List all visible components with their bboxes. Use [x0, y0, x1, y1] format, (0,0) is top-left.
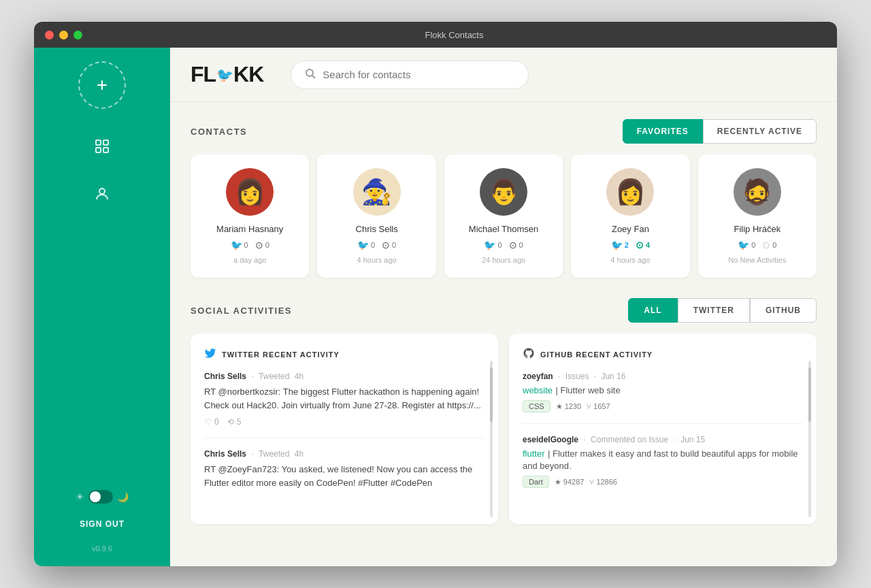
- contact-icons-filip: 🐦 0 ⊙ 0: [738, 240, 776, 250]
- forks-1: ⑂ 1657: [587, 402, 610, 410]
- contact-card-zoey[interactable]: 👩 Zoey Fan 🐦 2 ⊙ 4 4 hou: [571, 154, 689, 278]
- contact-time-chris: 4 hours ago: [357, 256, 397, 264]
- github-activity-panel: GITHUB RECENT ACTIVITY zoeyfan · Issues …: [509, 333, 817, 524]
- svg-rect-2: [96, 148, 101, 152]
- gh-tags-2: Dart ★ 94287 ⑂ 12866: [523, 476, 803, 488]
- github-icon: ⊙: [762, 240, 770, 250]
- tweet-meta-1: Chris Sells · Tweeted 4h: [204, 372, 484, 381]
- main-content: CONTACTS FAVORITES RECENTLY ACTIVE 👩 Mar…: [170, 102, 837, 566]
- avatar-filip: 🧔: [734, 168, 781, 216]
- logo-bird-icon: 🐦: [216, 67, 233, 83]
- gh-desc-1: | Flutter web site: [556, 385, 621, 395]
- toggle-thumb: [90, 491, 101, 502]
- app-window: Flokk Contacts +: [34, 22, 837, 566]
- contacts-tabs: FAVORITES RECENTLY ACTIVE: [623, 119, 817, 144]
- scroll-thumb-gh: [808, 368, 811, 422]
- scroll-indicator-gh: [808, 361, 811, 517]
- gh-item-2: eseidelGoogle · Commented on Issue · Jun…: [523, 435, 803, 499]
- gh-tags-1: CSS ★ 1230 ⑂ 1657: [523, 400, 803, 412]
- contact-card-mariam[interactable]: 👩 Mariam Hasnany 🐦 0 ⊙ 0: [191, 154, 309, 278]
- contacts-grid: 👩 Mariam Hasnany 🐦 0 ⊙ 0: [191, 154, 817, 278]
- github-panel-icon: [523, 347, 535, 362]
- tweet-like: ♡ 0: [204, 417, 219, 427]
- contact-name-filip: Filip Hráček: [734, 224, 781, 234]
- contact-name-michael: Michael Thomsen: [469, 224, 538, 234]
- maximize-button[interactable]: [73, 31, 82, 39]
- github-count-filip: ⊙ 0: [762, 240, 776, 250]
- tweet-text-1: RT @norbertkozsir: The biggest Flutter h…: [204, 385, 484, 412]
- github-icon: ⊙: [636, 240, 644, 250]
- search-bar[interactable]: [291, 61, 529, 89]
- fork-icon: ⑂: [587, 402, 591, 410]
- tweet-verb-1: Tweeted: [259, 372, 289, 381]
- gh-meta-2: eseidelGoogle · Commented on Issue · Jun…: [523, 435, 803, 444]
- gh-link-row-2: flutter | Flutter makes it easy and fast…: [523, 447, 803, 472]
- scroll-indicator: [490, 361, 493, 517]
- sidebar-item-dashboard[interactable]: [85, 129, 119, 163]
- tab-recently-active[interactable]: RECENTLY ACTIVE: [703, 119, 817, 144]
- sidebar: +: [34, 48, 170, 566]
- close-button[interactable]: [45, 31, 54, 39]
- github-count-michael: ⊙ 0: [509, 240, 523, 250]
- activities-grid: TWITTER RECENT ACTIVITY Chris Sells · Tw…: [191, 333, 817, 524]
- minimize-button[interactable]: [59, 31, 68, 39]
- sun-icon: ☀: [76, 491, 84, 502]
- scroll-thumb: [490, 368, 493, 422]
- twitter-icon: 🐦: [357, 240, 369, 250]
- star-icon-2: ★: [555, 478, 561, 487]
- tab-all[interactable]: ALL: [628, 298, 677, 323]
- gh-meta-1: zoeyfan · Issues · Jun 16: [523, 372, 803, 381]
- contact-time-filip: No New Activities: [728, 256, 786, 264]
- activities-tabs: ALL TWITTER GITHUB: [628, 298, 817, 323]
- twitter-panel-icon: [204, 347, 216, 362]
- toggle-track[interactable]: [88, 490, 113, 504]
- sidebar-bottom: ☀ 🌙 SIGN OUT v0.9.6: [69, 490, 135, 553]
- tweet-time-2: 4h: [295, 449, 303, 459]
- twitter-count-filip: 🐦 0: [738, 240, 755, 250]
- contacts-section-header: CONTACTS FAVORITES RECENTLY ACTIVE: [191, 119, 817, 144]
- gh-link-2[interactable]: flutter: [523, 448, 545, 459]
- tweet-verb-2: Tweeted: [259, 449, 289, 459]
- activities-section-header: SOCIAL ACTIVITIES ALL TWITTER GITHUB: [191, 298, 817, 323]
- gh-item-1: zoeyfan · Issues · Jun 16 website | Flut…: [523, 372, 803, 424]
- tag-badge-2: Dart: [523, 476, 549, 488]
- twitter-icon: 🐦: [611, 240, 623, 250]
- tab-twitter[interactable]: TWITTER: [678, 298, 750, 323]
- social-activities-section: SOCIAL ACTIVITIES ALL TWITTER GITHUB: [191, 298, 817, 524]
- github-panel-header: GITHUB RECENT ACTIVITY: [523, 347, 803, 362]
- contact-name-chris: Chris Sells: [356, 224, 398, 234]
- fork-icon-2: ⑂: [589, 478, 594, 486]
- github-panel-title: GITHUB RECENT ACTIVITY: [540, 350, 653, 359]
- avatar-zoey: 👩: [606, 168, 654, 216]
- contact-icons-mariam: 🐦 0 ⊙ 0: [231, 240, 269, 250]
- gh-link-row-1: website | Flutter web site: [523, 384, 803, 396]
- contact-card-michael[interactable]: 👨 Michael Thomsen 🐦 0 ⊙ 0: [444, 154, 563, 278]
- tweet-sep-2: ·: [251, 449, 256, 459]
- contact-card-filip[interactable]: 🧔 Filip Hráček 🐦 0 ⊙ 0 N: [698, 154, 817, 278]
- contact-name-mariam: Mariam Hasnany: [216, 224, 283, 234]
- github-count-mariam: ⊙ 0: [255, 240, 269, 250]
- theme-toggle[interactable]: ☀ 🌙: [76, 490, 129, 504]
- heart-icon: ♡: [204, 417, 212, 427]
- sidebar-item-contacts[interactable]: [85, 177, 119, 211]
- github-icon: ⊙: [509, 240, 517, 250]
- sidebar-nav: [85, 129, 119, 490]
- twitter-count-michael: 🐦 0: [484, 240, 502, 250]
- gh-link-1[interactable]: website: [523, 385, 553, 395]
- sign-out-button[interactable]: SIGN OUT: [69, 514, 135, 534]
- twitter-icon: 🐦: [231, 240, 242, 250]
- contact-icons-chris: 🐦 0 ⊙ 0: [357, 240, 396, 250]
- twitter-count-mariam: 🐦 0: [231, 240, 248, 250]
- search-input[interactable]: [323, 69, 514, 80]
- add-contact-button[interactable]: +: [78, 61, 126, 109]
- gh-desc-2: | Flutter makes it easy and fast to buil…: [523, 448, 798, 471]
- forks-2: ⑂ 12866: [589, 478, 617, 486]
- tab-github[interactable]: GITHUB: [750, 298, 817, 323]
- tab-favorites[interactable]: FAVORITES: [623, 119, 703, 144]
- github-count-zoey: ⊙ 4: [636, 240, 650, 250]
- github-icon: ⊙: [255, 240, 263, 250]
- contact-card-chris[interactable]: 🧙 Chris Sells 🐦 0 ⊙ 0 4: [317, 154, 436, 278]
- logo-kk: KK: [233, 62, 263, 87]
- twitter-count-zoey: 🐦 2: [611, 240, 629, 250]
- plus-icon: +: [97, 74, 108, 96]
